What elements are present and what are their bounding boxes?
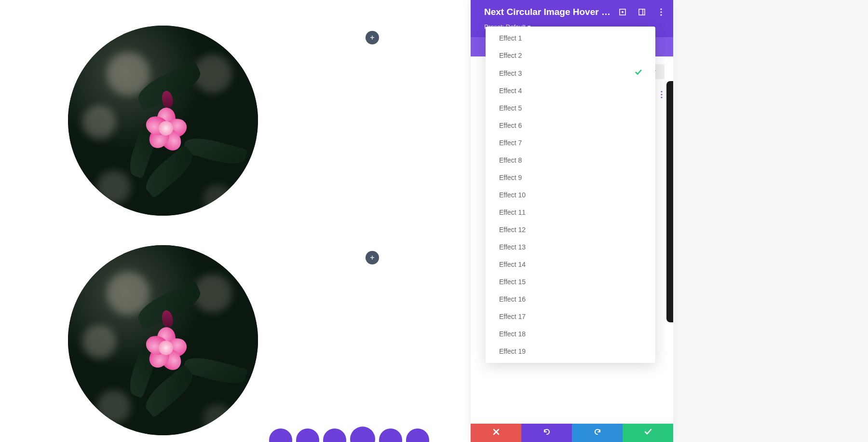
effect-option-label: Effect 14 <box>499 261 526 268</box>
effect-option[interactable]: Effect 9 <box>486 169 655 186</box>
check-icon <box>644 428 652 438</box>
options-menu-icon[interactable] <box>656 89 667 100</box>
cancel-button[interactable] <box>471 424 521 442</box>
preview-background-shape <box>666 81 673 322</box>
effect-option[interactable]: Effect 1 <box>486 29 655 47</box>
builder-toolbar <box>269 428 429 442</box>
effect-option[interactable]: Effect 7 <box>486 134 655 152</box>
add-module-button-1[interactable]: + <box>366 31 379 44</box>
svg-point-6 <box>660 14 662 15</box>
panel-header-actions <box>618 8 665 16</box>
effect-option-label: Effect 8 <box>499 156 522 164</box>
svg-rect-2 <box>639 9 645 15</box>
effect-option-label: Effect 7 <box>499 139 522 147</box>
effect-option-label: Effect 9 <box>499 174 522 181</box>
circular-image-module-2[interactable] <box>68 245 258 435</box>
close-icon <box>493 428 500 437</box>
effect-option[interactable]: Effect 3 <box>486 64 655 82</box>
effect-option-label: Effect 2 <box>499 52 522 59</box>
effect-option[interactable]: Effect 2 <box>486 47 655 64</box>
more-icon[interactable] <box>657 8 665 16</box>
flower-image-1 <box>68 26 258 216</box>
effect-option-label: Effect 10 <box>499 191 526 199</box>
save-button[interactable] <box>623 424 673 442</box>
svg-point-8 <box>661 94 662 95</box>
effect-option-label: Effect 1 <box>499 34 522 42</box>
svg-point-9 <box>661 97 662 98</box>
redo-button[interactable] <box>572 424 623 442</box>
expand-icon[interactable] <box>618 8 627 16</box>
plus-icon: + <box>370 33 374 42</box>
effect-option[interactable]: Effect 17 <box>486 308 655 325</box>
svg-point-5 <box>660 11 662 13</box>
effect-option-label: Effect 11 <box>499 208 526 216</box>
toolbar-button[interactable] <box>406 428 429 442</box>
dock-icon[interactable] <box>637 8 646 16</box>
effect-option[interactable]: Effect 18 <box>486 325 655 343</box>
effect-option[interactable]: Effect 13 <box>486 238 655 256</box>
toolbar-button[interactable] <box>296 428 319 442</box>
plus-icon: + <box>370 253 374 262</box>
effect-option[interactable]: Effect 4 <box>486 82 655 99</box>
effect-option[interactable]: Effect 12 <box>486 221 655 238</box>
effect-option-label: Effect 4 <box>499 87 522 95</box>
add-module-button-2[interactable]: + <box>366 251 379 264</box>
effect-option[interactable]: Effect 14 <box>486 256 655 273</box>
effect-option[interactable]: Effect 5 <box>486 99 655 117</box>
editor-canvas[interactable]: + + <box>0 0 471 442</box>
effect-option[interactable]: Effect 16 <box>486 290 655 308</box>
effect-dropdown[interactable]: Effect 1Effect 2Effect 3Effect 4Effect 5… <box>486 27 655 363</box>
selected-check-icon <box>635 69 642 77</box>
svg-point-1 <box>622 11 624 13</box>
effect-option-label: Effect 5 <box>499 104 522 112</box>
effect-option[interactable]: Effect 11 <box>486 204 655 221</box>
toolbar-button-main[interactable] <box>350 427 375 442</box>
redo-icon <box>593 428 602 438</box>
circular-image-module-1[interactable] <box>68 26 258 216</box>
toolbar-button[interactable] <box>269 428 292 442</box>
effect-option-label: Effect 15 <box>499 278 526 286</box>
effect-option[interactable]: Effect 10 <box>486 186 655 204</box>
effect-option[interactable]: Effect 15 <box>486 273 655 290</box>
svg-point-4 <box>660 8 662 10</box>
effect-option[interactable]: Effect 8 <box>486 152 655 169</box>
toolbar-button[interactable] <box>379 428 402 442</box>
panel-title: Next Circular Image Hover S... <box>484 7 612 17</box>
effect-option-label: Effect 18 <box>499 330 526 338</box>
undo-button[interactable] <box>521 424 572 442</box>
toolbar-button[interactable] <box>323 428 346 442</box>
effect-option-label: Effect 6 <box>499 122 522 129</box>
effect-option-label: Effect 13 <box>499 243 526 251</box>
effect-option-label: Effect 3 <box>499 69 522 77</box>
flower-image-2 <box>68 245 258 435</box>
effect-option[interactable]: Effect 19 <box>486 343 655 360</box>
effect-option-label: Effect 16 <box>499 295 526 303</box>
effect-option-label: Effect 19 <box>499 347 526 355</box>
effect-option-label: Effect 17 <box>499 313 526 320</box>
panel-header: Next Circular Image Hover S... <box>471 0 673 23</box>
undo-icon <box>542 428 551 438</box>
panel-footer <box>471 424 673 442</box>
effect-option-label: Effect 12 <box>499 226 526 234</box>
svg-point-7 <box>661 91 662 92</box>
effect-option[interactable]: Effect 6 <box>486 117 655 134</box>
